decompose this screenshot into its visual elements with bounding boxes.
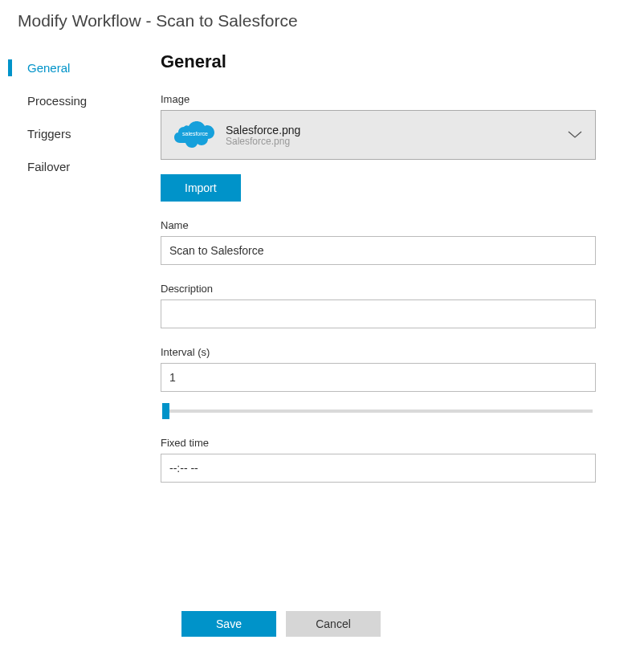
- fixed-time-input[interactable]: [161, 454, 596, 483]
- cancel-button[interactable]: Cancel: [286, 611, 381, 637]
- name-input[interactable]: [161, 236, 596, 265]
- slider-thumb[interactable]: [162, 403, 169, 419]
- image-field-group: Image salesforce Salesforce.png Salesfor…: [161, 93, 596, 202]
- image-picker[interactable]: salesforce Salesforce.png Salesforce.png: [161, 110, 596, 160]
- sidebar: General Processing Triggers Failover: [0, 51, 161, 500]
- sidebar-item-processing[interactable]: Processing: [0, 84, 161, 117]
- name-field-group: Name: [161, 219, 596, 265]
- chevron-down-icon: [568, 128, 582, 142]
- slider-track: [164, 409, 593, 413]
- sidebar-item-general[interactable]: General: [0, 51, 161, 84]
- fixed-time-field-group: Fixed time: [161, 437, 596, 483]
- sidebar-item-label: Triggers: [27, 127, 71, 141]
- description-label: Description: [161, 283, 596, 295]
- save-button[interactable]: Save: [181, 611, 276, 637]
- interval-label: Interval (s): [161, 346, 596, 358]
- interval-input[interactable]: [161, 363, 596, 392]
- sidebar-item-label: Processing: [27, 94, 87, 108]
- interval-field-group: Interval (s): [161, 346, 596, 419]
- sidebar-item-failover[interactable]: Failover: [0, 150, 161, 183]
- fixed-time-label: Fixed time: [161, 437, 596, 449]
- sidebar-item-label: General: [27, 61, 70, 75]
- footer-actions: Save Cancel: [181, 611, 381, 637]
- image-info: Salesforce.png Salesforce.png: [226, 124, 568, 147]
- interval-slider[interactable]: [161, 403, 596, 419]
- main-panel: General Image salesforce Salesforce.png …: [161, 51, 644, 500]
- svg-text:salesforce: salesforce: [182, 131, 208, 136]
- salesforce-cloud-icon: salesforce: [174, 119, 216, 151]
- content-container: General Processing Triggers Failover Gen…: [0, 51, 644, 500]
- name-label: Name: [161, 219, 596, 231]
- image-filename: Salesforce.png: [226, 124, 568, 136]
- page-title: Modify Workflow - Scan to Salesforce: [0, 0, 644, 31]
- image-label: Image: [161, 93, 596, 105]
- sidebar-item-triggers[interactable]: Triggers: [0, 117, 161, 150]
- import-button[interactable]: Import: [161, 174, 241, 202]
- sidebar-item-label: Failover: [27, 160, 70, 173]
- description-field-group: Description: [161, 283, 596, 328]
- description-input[interactable]: [161, 299, 596, 328]
- section-heading: General: [161, 51, 596, 72]
- image-filename-secondary: Salesforce.png: [226, 136, 568, 147]
